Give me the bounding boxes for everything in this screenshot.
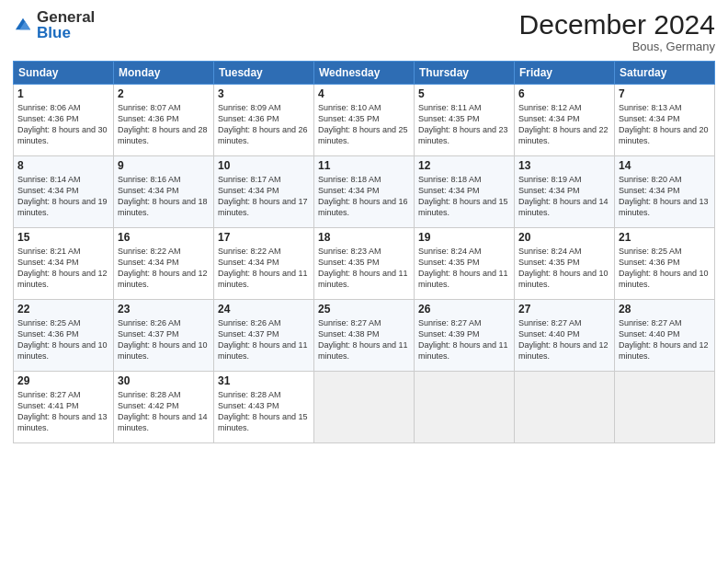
cell-content: Sunrise: 8:28 AMSunset: 4:43 PMDaylight:… <box>218 389 310 434</box>
cell-content: Sunrise: 8:16 AMSunset: 4:34 PMDaylight:… <box>118 174 210 219</box>
cell-content: Sunrise: 8:10 AMSunset: 4:35 PMDaylight:… <box>318 102 410 147</box>
calendar-cell: 6Sunrise: 8:12 AMSunset: 4:34 PMDaylight… <box>515 85 615 156</box>
calendar-cell <box>515 372 615 443</box>
calendar-cell: 20Sunrise: 8:24 AMSunset: 4:35 PMDayligh… <box>515 228 615 300</box>
day-number: 20 <box>518 231 610 244</box>
calendar-week-5: 29Sunrise: 8:27 AMSunset: 4:41 PMDayligh… <box>14 372 715 443</box>
calendar-cell: 26Sunrise: 8:27 AMSunset: 4:39 PMDayligh… <box>415 300 515 372</box>
day-number: 21 <box>619 231 711 244</box>
day-number: 4 <box>318 87 410 100</box>
logo-icon <box>13 15 33 35</box>
calendar-cell: 4Sunrise: 8:10 AMSunset: 4:35 PMDaylight… <box>314 85 415 156</box>
calendar-cell: 12Sunrise: 8:18 AMSunset: 4:34 PMDayligh… <box>415 156 515 228</box>
calendar-cell: 1Sunrise: 8:06 AMSunset: 4:36 PMDaylight… <box>14 85 114 156</box>
calendar-cell: 27Sunrise: 8:27 AMSunset: 4:40 PMDayligh… <box>515 300 615 372</box>
cell-content: Sunrise: 8:24 AMSunset: 4:35 PMDaylight:… <box>418 246 510 291</box>
location: Bous, Germany <box>519 40 715 53</box>
cell-content: Sunrise: 8:22 AMSunset: 4:34 PMDaylight:… <box>118 246 210 291</box>
cell-content: Sunrise: 8:25 AMSunset: 4:36 PMDaylight:… <box>17 317 109 362</box>
cell-content: Sunrise: 8:20 AMSunset: 4:34 PMDaylight:… <box>619 174 711 219</box>
day-number: 18 <box>318 231 410 244</box>
cell-content: Sunrise: 8:14 AMSunset: 4:34 PMDaylight:… <box>17 174 109 219</box>
day-number: 6 <box>518 87 610 100</box>
day-number: 15 <box>17 231 109 244</box>
calendar-cell: 19Sunrise: 8:24 AMSunset: 4:35 PMDayligh… <box>415 228 515 300</box>
cell-content: Sunrise: 8:24 AMSunset: 4:35 PMDaylight:… <box>518 246 610 291</box>
day-number: 27 <box>518 303 610 316</box>
day-number: 3 <box>218 87 310 100</box>
cell-content: Sunrise: 8:25 AMSunset: 4:36 PMDaylight:… <box>619 246 711 291</box>
calendar-cell: 14Sunrise: 8:20 AMSunset: 4:34 PMDayligh… <box>615 156 715 228</box>
calendar-cell: 17Sunrise: 8:22 AMSunset: 4:34 PMDayligh… <box>214 228 314 300</box>
day-number: 31 <box>218 374 310 387</box>
cell-content: Sunrise: 8:27 AMSunset: 4:38 PMDaylight:… <box>318 317 410 362</box>
cell-content: Sunrise: 8:18 AMSunset: 4:34 PMDaylight:… <box>318 174 410 219</box>
day-number: 2 <box>118 87 210 100</box>
cell-content: Sunrise: 8:11 AMSunset: 4:35 PMDaylight:… <box>418 102 510 147</box>
day-number: 29 <box>17 374 109 387</box>
calendar-cell: 16Sunrise: 8:22 AMSunset: 4:34 PMDayligh… <box>114 228 214 300</box>
cell-content: Sunrise: 8:27 AMSunset: 4:41 PMDaylight:… <box>17 389 109 434</box>
calendar-week-3: 15Sunrise: 8:21 AMSunset: 4:34 PMDayligh… <box>14 228 715 300</box>
calendar-week-2: 8Sunrise: 8:14 AMSunset: 4:34 PMDaylight… <box>14 156 715 228</box>
cell-content: Sunrise: 8:18 AMSunset: 4:34 PMDaylight:… <box>418 174 510 219</box>
cell-content: Sunrise: 8:17 AMSunset: 4:34 PMDaylight:… <box>218 174 310 219</box>
day-number: 13 <box>518 159 610 172</box>
day-number: 5 <box>418 87 510 100</box>
col-friday: Friday <box>515 62 615 85</box>
calendar-cell: 15Sunrise: 8:21 AMSunset: 4:34 PMDayligh… <box>14 228 114 300</box>
cell-content: Sunrise: 8:19 AMSunset: 4:34 PMDaylight:… <box>518 174 610 219</box>
day-number: 8 <box>17 159 109 172</box>
header: General Blue December 2024 Bous, Germany <box>13 9 715 53</box>
day-number: 17 <box>218 231 310 244</box>
calendar-cell: 10Sunrise: 8:17 AMSunset: 4:34 PMDayligh… <box>214 156 314 228</box>
day-number: 23 <box>118 303 210 316</box>
day-number: 16 <box>118 231 210 244</box>
day-number: 28 <box>619 303 711 316</box>
col-monday: Monday <box>114 62 214 85</box>
calendar-cell: 28Sunrise: 8:27 AMSunset: 4:40 PMDayligh… <box>615 300 715 372</box>
calendar-cell: 21Sunrise: 8:25 AMSunset: 4:36 PMDayligh… <box>615 228 715 300</box>
cell-content: Sunrise: 8:09 AMSunset: 4:36 PMDaylight:… <box>218 102 310 147</box>
calendar-cell: 18Sunrise: 8:23 AMSunset: 4:35 PMDayligh… <box>314 228 415 300</box>
col-tuesday: Tuesday <box>214 62 314 85</box>
calendar-cell: 30Sunrise: 8:28 AMSunset: 4:42 PMDayligh… <box>114 372 214 443</box>
day-number: 25 <box>318 303 410 316</box>
day-number: 12 <box>418 159 510 172</box>
calendar-header-row: Sunday Monday Tuesday Wednesday Thursday… <box>14 62 715 85</box>
cell-content: Sunrise: 8:13 AMSunset: 4:34 PMDaylight:… <box>619 102 711 147</box>
page: General Blue December 2024 Bous, Germany… <box>0 0 728 563</box>
cell-content: Sunrise: 8:23 AMSunset: 4:35 PMDaylight:… <box>318 246 410 291</box>
cell-content: Sunrise: 8:27 AMSunset: 4:40 PMDaylight:… <box>518 317 610 362</box>
month-title: December 2024 <box>519 9 715 40</box>
col-saturday: Saturday <box>615 62 715 85</box>
calendar-cell <box>415 372 515 443</box>
day-number: 26 <box>418 303 510 316</box>
calendar-cell: 29Sunrise: 8:27 AMSunset: 4:41 PMDayligh… <box>14 372 114 443</box>
col-sunday: Sunday <box>14 62 114 85</box>
cell-content: Sunrise: 8:28 AMSunset: 4:42 PMDaylight:… <box>118 389 210 434</box>
cell-content: Sunrise: 8:12 AMSunset: 4:34 PMDaylight:… <box>518 102 610 147</box>
calendar-cell <box>314 372 415 443</box>
cell-content: Sunrise: 8:22 AMSunset: 4:34 PMDaylight:… <box>218 246 310 291</box>
calendar-week-4: 22Sunrise: 8:25 AMSunset: 4:36 PMDayligh… <box>14 300 715 372</box>
cell-content: Sunrise: 8:27 AMSunset: 4:40 PMDaylight:… <box>619 317 711 362</box>
day-number: 9 <box>118 159 210 172</box>
calendar-cell: 5Sunrise: 8:11 AMSunset: 4:35 PMDaylight… <box>415 85 515 156</box>
logo-general: General <box>37 9 95 25</box>
calendar-cell: 23Sunrise: 8:26 AMSunset: 4:37 PMDayligh… <box>114 300 214 372</box>
calendar-cell: 8Sunrise: 8:14 AMSunset: 4:34 PMDaylight… <box>14 156 114 228</box>
calendar-cell <box>615 372 715 443</box>
title-block: December 2024 Bous, Germany <box>519 9 715 53</box>
calendar-cell: 2Sunrise: 8:07 AMSunset: 4:36 PMDaylight… <box>114 85 214 156</box>
calendar-table: Sunday Monday Tuesday Wednesday Thursday… <box>13 61 715 443</box>
cell-content: Sunrise: 8:27 AMSunset: 4:39 PMDaylight:… <box>418 317 510 362</box>
calendar-cell: 22Sunrise: 8:25 AMSunset: 4:36 PMDayligh… <box>14 300 114 372</box>
day-number: 10 <box>218 159 310 172</box>
day-number: 7 <box>619 87 711 100</box>
day-number: 19 <box>418 231 510 244</box>
cell-content: Sunrise: 8:07 AMSunset: 4:36 PMDaylight:… <box>118 102 210 147</box>
calendar-cell: 13Sunrise: 8:19 AMSunset: 4:34 PMDayligh… <box>515 156 615 228</box>
calendar-cell: 25Sunrise: 8:27 AMSunset: 4:38 PMDayligh… <box>314 300 415 372</box>
cell-content: Sunrise: 8:21 AMSunset: 4:34 PMDaylight:… <box>17 246 109 291</box>
